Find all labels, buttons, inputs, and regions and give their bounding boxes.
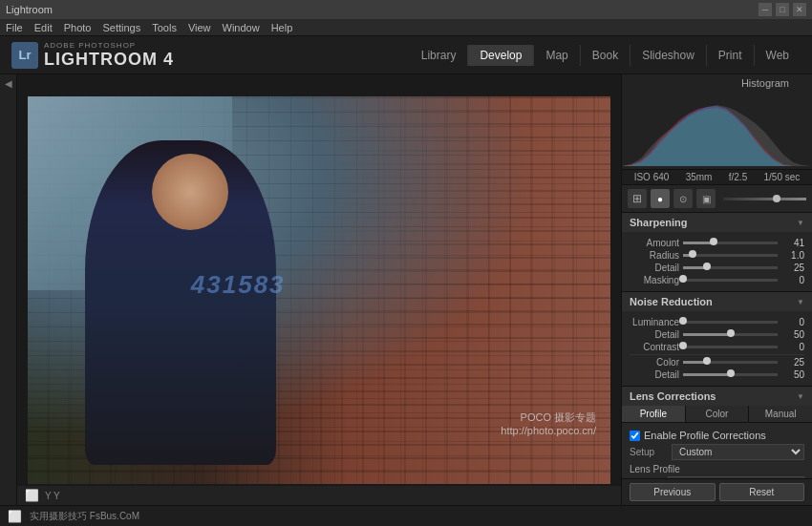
contrast-value: 0 — [781, 342, 804, 352]
gradient-tool[interactable]: ▣ — [696, 189, 716, 208]
crop-tool[interactable]: ⊞ — [628, 189, 647, 208]
logo-area: Lr ADOBE PHOTOSHOP LIGHTROOM 4 — [11, 41, 174, 70]
contrast-label: Contrast — [630, 342, 679, 352]
luminance-row: Luminance 0 — [630, 317, 804, 327]
noise-reduction-section: Noise Reduction ▼ Luminance 0 Detail — [622, 292, 812, 387]
amount-slider[interactable] — [683, 242, 778, 244]
sharpening-section: Sharpening ▼ Amount 41 Radius — [622, 213, 812, 292]
contrast-thumb[interactable] — [679, 342, 687, 349]
close-button[interactable]: ✕ — [793, 3, 806, 16]
noise-reduction-arrow: ▼ — [797, 298, 804, 306]
redeye-tool[interactable]: ⊙ — [673, 189, 693, 208]
lens-tab-color[interactable]: Color — [686, 406, 750, 422]
menu-settings[interactable]: Settings — [102, 22, 140, 33]
reset-button[interactable]: Reset — [719, 483, 805, 501]
histogram-title: Histogram — [741, 77, 789, 89]
menu-edit[interactable]: Edit — [34, 22, 53, 33]
noise-reduction-title: Noise Reduction — [630, 296, 713, 307]
enable-profile-label: Enable Profile Corrections — [644, 430, 766, 441]
lens-tab-profile[interactable]: Profile — [622, 406, 686, 422]
contrast-slider[interactable] — [683, 346, 778, 348]
masking-label: Masking — [630, 275, 679, 285]
spot-heal-tool[interactable]: ● — [651, 189, 670, 208]
lens-corrections-header[interactable]: Lens Corrections ▼ — [622, 387, 812, 406]
color-slider[interactable] — [683, 361, 778, 364]
color-label: Color — [630, 357, 679, 368]
setup-select[interactable]: Custom — [672, 444, 804, 460]
color-row: Color 25 — [630, 357, 804, 368]
lens-profile-content: Enable Profile Corrections Setup Custom … — [622, 423, 812, 478]
menu-photo[interactable]: Photo — [64, 22, 92, 33]
menu-window[interactable]: Window — [223, 22, 260, 33]
window-controls: ─ □ ✕ — [759, 3, 806, 16]
tab-slideshow[interactable]: Slideshow — [630, 45, 706, 66]
masking-thumb[interactable] — [679, 275, 687, 283]
luminance-thumb[interactable] — [679, 317, 687, 325]
minimize-button[interactable]: ─ — [759, 3, 772, 16]
setup-row: Setup Custom — [630, 444, 804, 460]
amount-label: Amount — [630, 238, 679, 248]
focal-value: 35mm — [686, 172, 713, 182]
radius-value: 1.0 — [781, 250, 804, 261]
left-panel: ◀ — [0, 74, 17, 505]
luminance-label: Luminance — [630, 317, 679, 327]
lum-detail-value: 50 — [781, 329, 804, 340]
maximize-button[interactable]: □ — [776, 3, 789, 16]
menu-view[interactable]: View — [188, 22, 211, 33]
radius-thumb[interactable] — [689, 250, 696, 258]
radius-slider[interactable] — [683, 254, 778, 257]
detail-label: Detail — [630, 263, 679, 273]
noise-reduction-header[interactable]: Noise Reduction ▼ — [622, 292, 812, 311]
lr-badge: Lr — [11, 42, 38, 69]
aperture-value: f/2.5 — [729, 172, 747, 182]
sharpening-header[interactable]: Sharpening ▼ — [622, 213, 812, 232]
tab-web[interactable]: Web — [754, 45, 801, 66]
lum-detail-fill — [683, 333, 731, 336]
lum-detail-label: Detail — [630, 329, 679, 340]
enable-profile-checkbox[interactable] — [630, 431, 640, 441]
left-panel-toggle[interactable]: ◀ — [5, 78, 12, 89]
logo-text: ADOBE PHOTOSHOP LIGHTROOM 4 — [44, 41, 174, 70]
camera-info: ISO 640 35mm f/2.5 1/50 sec — [622, 170, 812, 185]
lens-tab-manual[interactable]: Manual — [749, 406, 812, 422]
tool-slider[interactable] — [723, 198, 806, 200]
lens-tabs: Profile Color Manual — [622, 406, 812, 423]
previous-button[interactable]: Previous — [630, 483, 716, 501]
tab-develop[interactable]: Develop — [467, 45, 533, 66]
tab-print[interactable]: Print — [706, 45, 754, 66]
tab-book[interactable]: Book — [580, 45, 630, 66]
title-bar: Lightroom ─ □ ✕ — [0, 0, 812, 19]
color-value: 25 — [781, 357, 804, 368]
color-detail-row: Detail 50 — [630, 369, 804, 380]
detail-thumb[interactable] — [703, 263, 711, 270]
lum-detail-thumb[interactable] — [727, 329, 735, 337]
menu-file[interactable]: File — [6, 22, 23, 33]
masking-row: Masking 0 — [630, 275, 804, 285]
amount-value: 41 — [781, 238, 804, 248]
lens-corrections-section: Lens Corrections ▼ Profile Color Manual … — [622, 387, 812, 478]
color-detail-value: 50 — [781, 369, 804, 380]
sharpening-content: Amount 41 Radius 1.0 — [622, 232, 812, 291]
color-detail-thumb[interactable] — [727, 369, 735, 377]
main-area: ◀ 431583 POCO 摄影专题 http://photo.poco.cn/ — [0, 74, 812, 505]
detail-row: Detail 25 — [630, 263, 804, 273]
lens-profile-title: Lens Profile — [630, 464, 804, 474]
detail-slider[interactable] — [683, 266, 778, 269]
masking-slider[interactable] — [683, 279, 778, 282]
app-title: Lightroom — [6, 4, 53, 15]
iso-value: ISO 640 — [634, 172, 670, 182]
menu-help[interactable]: Help — [271, 22, 293, 33]
luminance-slider[interactable] — [683, 321, 778, 324]
lum-detail-slider[interactable] — [683, 333, 778, 336]
color-detail-label: Detail — [630, 369, 679, 380]
amount-thumb[interactable] — [710, 238, 717, 245]
zoom-label: Y Y — [45, 491, 60, 501]
color-detail-slider[interactable] — [683, 373, 778, 376]
tab-library[interactable]: Library — [410, 45, 468, 66]
tab-map[interactable]: Map — [533, 45, 579, 66]
histogram-chart — [622, 90, 812, 166]
color-thumb[interactable] — [703, 357, 711, 365]
product-name: LIGHTROOM 4 — [44, 50, 174, 70]
menu-tools[interactable]: Tools — [152, 22, 177, 33]
shutter-value: 1/50 sec — [764, 172, 801, 182]
